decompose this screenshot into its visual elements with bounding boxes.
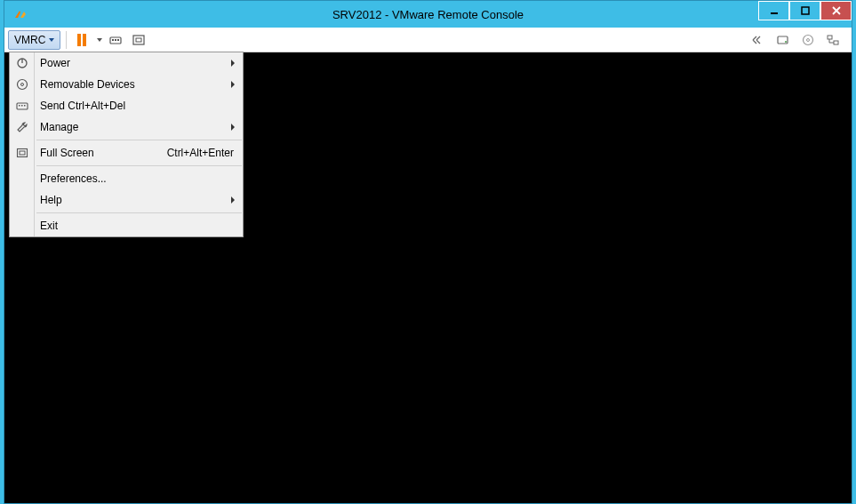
menu-item-manage[interactable]: Manage [10,116,243,138]
svg-rect-6 [133,36,144,44]
menu-item-power[interactable]: Power [10,52,243,74]
keyboard-icon [13,97,31,115]
menu-item-fullscreen[interactable]: Full Screen Ctrl+Alt+Enter [10,142,243,164]
drive-icon[interactable] [773,30,793,50]
menu-item-exit[interactable]: Exit [10,215,243,236]
svg-rect-1 [802,7,809,14]
menu-label: Manage [40,121,234,133]
fullscreen-button[interactable] [129,30,148,50]
svg-rect-4 [115,39,116,41]
network-icon[interactable] [823,30,843,50]
menu-item-send-cad[interactable]: Send Ctrl+Alt+Del [10,95,243,116]
fullscreen-icon [13,144,31,162]
svg-rect-3 [112,39,114,41]
vmrc-label: VMRC [14,34,45,46]
svg-point-16 [18,80,28,90]
chevron-right-icon [231,60,235,67]
svg-rect-13 [834,41,838,44]
window-controls [758,1,852,20]
menu-label: Full Screen [40,147,167,159]
svg-rect-19 [19,105,20,107]
chevron-right-icon [231,124,235,131]
svg-rect-7 [136,38,141,42]
vmrc-dropdown-menu: Power Removable Devices Send Ctrl+Alt+De… [9,52,244,237]
pause-button[interactable] [72,30,92,50]
svg-point-17 [21,84,24,86]
titlebar[interactable]: SRV2012 - VMware Remote Console [4,1,852,28]
chevron-down-icon [49,38,54,42]
svg-point-9 [785,41,787,43]
toolbar: VMRC [4,28,852,52]
chevron-right-icon [231,196,235,204]
svg-point-11 [807,38,810,41]
fullscreen-icon [132,33,146,47]
chevron-down-icon[interactable] [97,38,102,42]
svg-rect-22 [18,149,28,157]
window-title: SRV2012 - VMware Remote Console [4,8,852,21]
menu-label: Removable Devices [40,78,234,91]
maximize-button[interactable] [789,1,820,20]
menu-item-preferences[interactable]: Preferences... [10,168,243,189]
menu-label: Power [40,57,234,69]
svg-rect-12 [828,36,832,39]
connection-icon[interactable] [748,30,768,50]
chevron-right-icon [231,81,235,88]
disc-icon [13,76,31,93]
svg-rect-21 [24,105,26,107]
toolbar-right [748,30,848,50]
menu-label: Exit [40,220,234,232]
disc-icon[interactable] [798,30,818,50]
menu-label: Send Ctrl+Alt+Del [40,100,234,112]
wrench-icon [13,118,31,136]
pause-icon [77,34,86,46]
menu-item-help[interactable]: Help [10,189,243,211]
minimize-button[interactable] [758,1,789,20]
menu-separator [36,165,242,166]
menu-label: Preferences... [40,172,234,185]
svg-rect-0 [771,12,778,14]
close-button[interactable] [820,1,852,20]
menu-separator [36,140,242,140]
menu-shortcut: Ctrl+Alt+Enter [167,147,234,159]
vmrc-menu-button[interactable]: VMRC [8,30,60,50]
svg-rect-20 [21,105,23,107]
toolbar-separator [66,31,67,49]
send-cad-button[interactable] [106,30,125,50]
svg-point-10 [804,35,813,44]
send-cad-icon [108,33,123,47]
power-icon [13,54,31,72]
menu-separator [36,212,242,213]
svg-rect-5 [117,39,119,41]
menu-label: Help [40,194,234,206]
app-icon [12,5,29,23]
svg-rect-23 [20,151,25,155]
menu-item-removable-devices[interactable]: Removable Devices [10,74,243,95]
